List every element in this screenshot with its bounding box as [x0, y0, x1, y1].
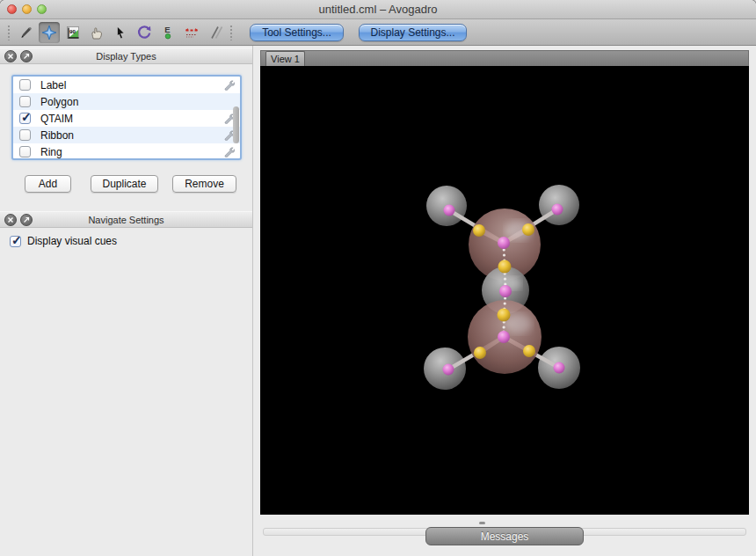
tab-view-1[interactable]: View 1 — [265, 51, 305, 66]
display-type-label: Label — [40, 79, 66, 91]
navigate-icon — [41, 25, 57, 40]
manipulate-tool-button[interactable] — [86, 22, 107, 43]
align-tool-button[interactable] — [205, 22, 226, 43]
remove-button[interactable]: Remove — [172, 175, 236, 193]
hand-icon — [89, 25, 105, 40]
3d-viewport[interactable] — [260, 66, 749, 515]
avogadro-window: untitled.cml – Avogadro 90 — [0, 0, 756, 556]
display-types-buttons: Add Duplicate Remove — [11, 175, 242, 193]
display-type-checkbox[interactable] — [19, 129, 31, 141]
main-toolbar: 90 E — [0, 19, 756, 46]
display-types-list[interactable]: Label Polygon QTAIM — [11, 75, 242, 160]
view-tab-bar: View 1 — [260, 50, 749, 66]
display-types-header[interactable]: Display Types — [0, 48, 252, 64]
energy-optimize-icon: E — [160, 25, 176, 40]
display-type-checkbox[interactable] — [19, 146, 31, 157]
svg-text:E: E — [164, 25, 170, 34]
list-scrollbar-thumb[interactable] — [233, 106, 239, 143]
display-type-row[interactable]: Ribbon — [13, 127, 240, 143]
display-type-row[interactable]: QTAIM — [13, 110, 240, 127]
rotate-icon — [136, 25, 152, 40]
display-type-checkbox[interactable] — [19, 113, 31, 124]
display-type-row[interactable]: Polygon — [13, 93, 240, 110]
cursor-arrow-icon — [113, 25, 128, 40]
navigate-settings-header[interactable]: Navigate Settings — [0, 211, 252, 228]
dock-title: Display Types — [0, 51, 252, 62]
add-button[interactable]: Add — [25, 175, 71, 193]
tool-settings-button[interactable]: Tool Settings... — [250, 24, 344, 41]
dock-title: Navigate Settings — [0, 215, 252, 225]
visual-cues-label: Display visual cues — [27, 235, 117, 247]
wrench-icon[interactable] — [223, 79, 235, 91]
display-type-label: Ring — [40, 146, 62, 158]
display-settings-button[interactable]: Display Settings... — [359, 24, 467, 41]
messages-resize-grip[interactable] — [479, 522, 485, 524]
auto-optimize-tool-button[interactable]: E — [157, 22, 178, 43]
display-type-label: QTAIM — [40, 113, 73, 125]
display-type-label: Ribbon — [40, 129, 74, 142]
display-visual-cues-row[interactable]: Display visual cues — [10, 235, 117, 247]
toolbar-grip — [7, 25, 11, 40]
messages-button[interactable]: Messages — [425, 527, 584, 545]
window-title: untitled.cml – Avogadro — [0, 3, 756, 16]
display-type-checkbox[interactable] — [19, 79, 31, 91]
molecule-render — [260, 66, 749, 515]
duplicate-button[interactable]: Duplicate — [91, 175, 158, 193]
bond-angle-icon: 90 — [65, 25, 81, 40]
bond-centric-tool-button[interactable]: 90 — [62, 22, 84, 43]
measure-tool-button[interactable] — [181, 22, 202, 43]
measure-icon — [184, 25, 200, 40]
align-icon — [207, 25, 223, 40]
visual-cues-checkbox[interactable] — [10, 236, 21, 247]
wrench-icon[interactable] — [223, 146, 235, 157]
pencil-icon — [18, 25, 33, 40]
toolbar-grip — [229, 25, 233, 40]
draw-tool-button[interactable] — [15, 22, 36, 43]
left-dock-panel: Display Types Label Polygon QTAIM — [0, 46, 253, 556]
display-type-checkbox[interactable] — [19, 96, 31, 107]
title-bar[interactable]: untitled.cml – Avogadro — [0, 0, 756, 19]
navigate-tool-button[interactable] — [39, 22, 60, 43]
display-type-row[interactable]: Label — [13, 77, 240, 93]
display-type-label: Polygon — [40, 96, 78, 108]
display-type-row[interactable]: Ring — [13, 143, 240, 160]
auto-rotate-tool-button[interactable] — [134, 22, 155, 43]
svg-text:90: 90 — [69, 27, 76, 33]
select-tool-button[interactable] — [110, 22, 131, 43]
